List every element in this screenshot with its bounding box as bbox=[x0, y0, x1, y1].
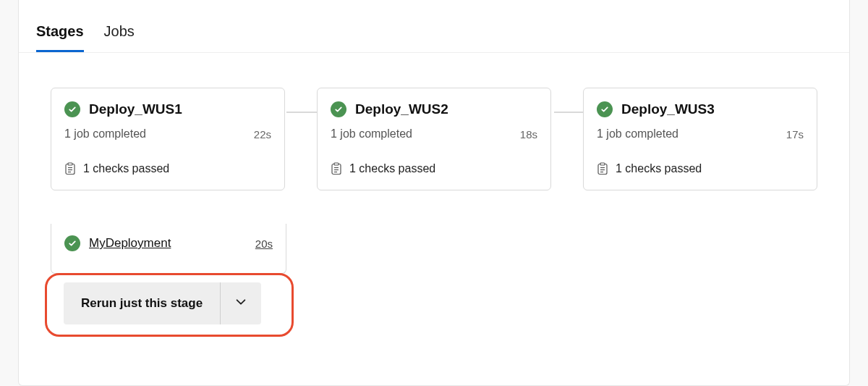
job-row-left: MyDeployment bbox=[64, 235, 171, 251]
stage-card[interactable]: Deploy_WUS2 1 job completed 18s 1 checks… bbox=[317, 88, 551, 190]
stage-duration: 22s bbox=[254, 128, 271, 140]
stage-status-row: 1 job completed 17s bbox=[597, 127, 804, 140]
tab-jobs[interactable]: Jobs bbox=[104, 23, 135, 52]
rerun-dropdown-button[interactable] bbox=[221, 282, 261, 324]
stage-header: Deploy_WUS2 bbox=[331, 101, 537, 117]
stage-connector bbox=[286, 112, 318, 113]
success-icon bbox=[331, 101, 346, 117]
stage-checks-text: 1 checks passed bbox=[616, 162, 702, 175]
stage-checks-text: 1 checks passed bbox=[349, 162, 435, 175]
svg-rect-10 bbox=[598, 164, 607, 175]
stage-status: 1 job completed bbox=[64, 127, 146, 140]
svg-rect-5 bbox=[332, 164, 341, 175]
svg-rect-11 bbox=[600, 163, 605, 165]
success-icon bbox=[64, 101, 80, 117]
svg-rect-0 bbox=[66, 164, 75, 175]
pipeline-panel: Stages Jobs Deploy_WUS1 1 job completed … bbox=[18, 0, 850, 386]
stage-status: 1 job completed bbox=[331, 127, 412, 140]
stage-status-row: 1 job completed 22s bbox=[64, 127, 271, 140]
tab-stages[interactable]: Stages bbox=[36, 23, 84, 52]
stage-card[interactable]: Deploy_WUS1 1 job completed 22s 1 checks… bbox=[51, 88, 285, 190]
checks-icon bbox=[597, 162, 608, 175]
tabs: Stages Jobs bbox=[19, 0, 849, 53]
stage-checks: 1 checks passed bbox=[331, 162, 537, 175]
rerun-split-button: Rerun just this stage bbox=[64, 282, 261, 324]
stage-lane: Deploy_WUS1 1 job completed 22s 1 checks… bbox=[51, 88, 817, 190]
stage-duration: 17s bbox=[786, 128, 804, 140]
stage-name: Deploy_WUS2 bbox=[355, 101, 448, 117]
stage-expanded-jobs: MyDeployment 20s bbox=[51, 224, 286, 274]
stage-connector bbox=[554, 112, 586, 113]
checks-icon bbox=[64, 162, 76, 175]
stage-name: Deploy_WUS3 bbox=[621, 101, 715, 117]
stage-status-row: 1 job completed 18s bbox=[331, 127, 537, 140]
stage-duration: 18s bbox=[520, 128, 537, 140]
stage-name: Deploy_WUS1 bbox=[89, 101, 182, 117]
chevron-down-icon bbox=[234, 295, 247, 311]
rerun-stage-button[interactable]: Rerun just this stage bbox=[64, 282, 221, 324]
success-icon bbox=[64, 235, 80, 251]
success-icon bbox=[597, 101, 613, 117]
stage-header: Deploy_WUS3 bbox=[597, 101, 804, 117]
svg-rect-6 bbox=[334, 163, 339, 165]
job-row[interactable]: MyDeployment 20s bbox=[64, 235, 273, 251]
stages-content: Deploy_WUS1 1 job completed 22s 1 checks… bbox=[19, 53, 849, 190]
stage-checks-text: 1 checks passed bbox=[83, 162, 169, 175]
stage-checks: 1 checks passed bbox=[597, 162, 804, 175]
svg-rect-1 bbox=[68, 163, 72, 165]
job-name-link[interactable]: MyDeployment bbox=[89, 236, 171, 251]
stage-checks: 1 checks passed bbox=[64, 162, 271, 175]
stage-card[interactable]: Deploy_WUS3 1 job completed 17s 1 checks… bbox=[583, 88, 817, 190]
checks-icon bbox=[331, 162, 342, 175]
stage-status: 1 job completed bbox=[597, 127, 678, 140]
stage-header: Deploy_WUS1 bbox=[64, 101, 271, 117]
job-duration: 20s bbox=[255, 238, 273, 250]
